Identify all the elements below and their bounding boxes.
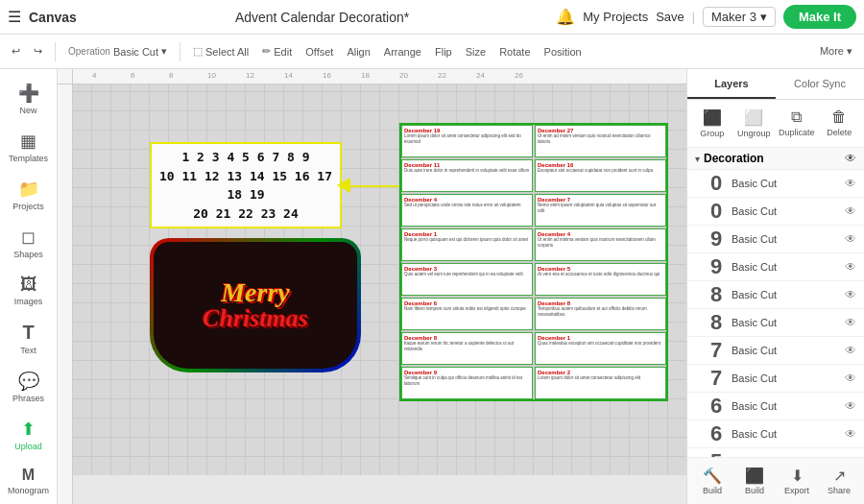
layer-number: 9 [707,256,726,277]
build-icon-2: ⬛ [745,467,764,485]
undo-button[interactable]: ↩ [8,43,24,60]
layer-item[interactable]: 7 Basic Cut 👁 [687,365,864,393]
layer-eye-icon[interactable]: 👁 [845,232,856,246]
layer-eye-icon[interactable]: 👁 [845,427,856,441]
bell-icon[interactable]: 🔔 [556,8,575,26]
select-all-button[interactable]: ⬚ Select All [189,43,252,60]
layer-eye-icon[interactable]: 👁 [845,344,856,357]
ruler-tick: 16 [323,71,331,80]
layer-item[interactable]: 0 Basic Cut 👁 [687,198,864,226]
layer-number: 0 [707,173,726,194]
maker-label: Maker 3 [711,10,756,24]
sidebar-item-text[interactable]: T Text [0,316,57,361]
layer-eye-icon[interactable]: 👁 [845,177,856,190]
flip-button[interactable]: Flip [431,44,456,60]
ruler-tick: 6 [131,71,134,80]
layer-item[interactable]: 6 Basic Cut 👁 [687,393,864,420]
sidebar-item-phrases[interactable]: 💬 Phrases [0,365,57,409]
tab-layers[interactable]: Layers [687,69,776,99]
my-projects-link[interactable]: My Projects [583,10,648,24]
layer-item[interactable]: 0 Basic Cut 👁 [687,170,864,198]
layer-eye-icon[interactable]: 👁 [845,260,856,274]
divider: | [692,11,695,24]
layer-eye-icon[interactable]: 👁 [845,204,856,218]
sidebar-item-new[interactable]: ➕ New [0,77,57,121]
layer-item[interactable]: 6 Basic Cut 👁 [687,420,864,448]
redo-button[interactable]: ↪ [30,43,46,60]
layer-eye-icon[interactable]: 👁 [845,372,856,385]
vertical-ruler [58,84,73,504]
position-button[interactable]: Position [540,44,586,60]
layer-item[interactable]: 8 Basic Cut 👁 [687,281,864,309]
sidebar-item-shapes[interactable]: ◻ Shapes [0,221,57,265]
build-button-2[interactable]: ⬛ Build [735,464,774,498]
doc-cell: December 1 Neque porro quisquam est qui … [401,228,533,261]
ungroup-button[interactable]: ⬜ Ungroup [734,106,772,141]
merry-christmas-element[interactable]: Merry Christmas [150,238,361,372]
make-it-button[interactable]: Make It [783,5,856,29]
upload-icon: ⬆ [21,419,36,440]
operation-selector[interactable]: Operation Basic Cut ▾ [64,43,171,60]
sidebar-item-monogram[interactable]: M Monogram [0,461,57,501]
layer-item[interactable]: 7 Basic Cut 👁 [687,337,864,365]
group-eye-icon[interactable]: 👁 [845,152,856,165]
duplicate-button[interactable]: ⧉ Duplicate [777,106,817,141]
delete-button[interactable]: 🗑 Delete [821,106,858,141]
group-name: Decoration [704,152,841,165]
layer-eye-icon[interactable]: 👁 [845,316,856,329]
save-button[interactable]: Save [656,10,684,24]
number-box[interactable]: 1 2 3 4 5 6 7 8 9 10 11 12 13 14 15 16 1… [150,142,342,228]
undo-icon: ↩ [12,45,20,58]
phrases-icon: 💬 [18,371,39,392]
sidebar-item-upload[interactable]: ⬆ Upload [0,413,57,457]
left-sidebar: ➕ New ▦ Templates 📁 Projects ◻ Shapes 🖼 … [0,69,58,504]
build-icon-1: 🔨 [703,467,722,485]
rotate-button[interactable]: Rotate [495,44,534,60]
ruler-tick: 10 [207,71,216,80]
canvas-area[interactable]: 4 6 8 10 12 14 16 18 20 22 24 26 1 2 3 4… [58,69,686,504]
ruler-tick: 8 [169,71,173,80]
layer-number: 8 [707,284,726,305]
ungroup-icon: ⬜ [744,108,763,127]
size-button[interactable]: Size [462,44,490,60]
tab-color-sync[interactable]: Color Sync [776,69,864,99]
sidebar-item-projects[interactable]: 📁 Projects [0,173,57,217]
more-button[interactable]: More ▾ [816,43,856,60]
sidebar-item-images[interactable]: 🖼 Images [0,269,57,312]
layer-group-decoration[interactable]: ▾ Decoration 👁 [687,148,864,170]
layer-name: Basic Cut [732,261,839,273]
doc-cell: December 9 Similique sunt in culpa qui o… [401,367,533,399]
doc-cell: December 2 Lorem ipsum dolor sit amet co… [535,367,666,399]
maker-selector[interactable]: Maker 3 ▾ [703,7,776,27]
edit-icon: ✏ [262,45,271,58]
doc-cell: December 27 Ut enim ad minim veniam quis… [535,125,666,157]
edit-button[interactable]: ✏ Edit [258,43,296,60]
doc-cell: December 6 Nam libero tempore cum soluta… [401,298,533,330]
build-button-1[interactable]: 🔨 Build [693,464,732,498]
layer-eye-icon[interactable]: 👁 [845,288,856,301]
layer-eye-icon[interactable]: 👁 [845,399,856,413]
layer-item[interactable]: 8 Basic Cut 👁 [687,309,864,337]
doc-cell: December 7 Nemo enim ipsam voluptatem qu… [535,194,666,227]
layer-item[interactable]: 5 Basic Cut 👁 [687,448,864,457]
panel-bottom: 🔨 Build ⬛ Build ⬇ Export ↗ Share [687,457,864,504]
merry-text: Merry [221,279,290,306]
text-icon: T [22,322,34,344]
align-button[interactable]: Align [343,44,373,60]
share-button[interactable]: ↗ Share [820,464,858,498]
sidebar-item-templates[interactable]: ▦ Templates [0,125,57,169]
toolbar-sep-2 [180,42,180,61]
offset-button[interactable]: Offset [301,44,337,60]
layer-name: Basic Cut [732,428,839,440]
arrange-button[interactable]: Arrange [380,44,425,60]
layer-item[interactable]: 9 Basic Cut 👁 [687,253,864,281]
shapes-icon: ◻ [21,227,36,248]
document-grid[interactable]: December 19 Lorem ipsum dolor sit amet c… [399,123,668,401]
doc-cell: December 3 Quis autem vel eum iure repre… [401,263,533,296]
menu-icon[interactable]: ☰ [8,8,21,26]
canvas-content[interactable]: 1 2 3 4 5 6 7 8 9 10 11 12 13 14 15 16 1… [73,84,686,475]
layer-list: ▾ Decoration 👁 0 Basic Cut 👁 0 Basic Cut… [687,148,864,457]
layer-item[interactable]: 9 Basic Cut 👁 [687,226,864,253]
group-button[interactable]: ⬛ Group [693,106,731,141]
download-button[interactable]: ⬇ Export [778,464,816,498]
